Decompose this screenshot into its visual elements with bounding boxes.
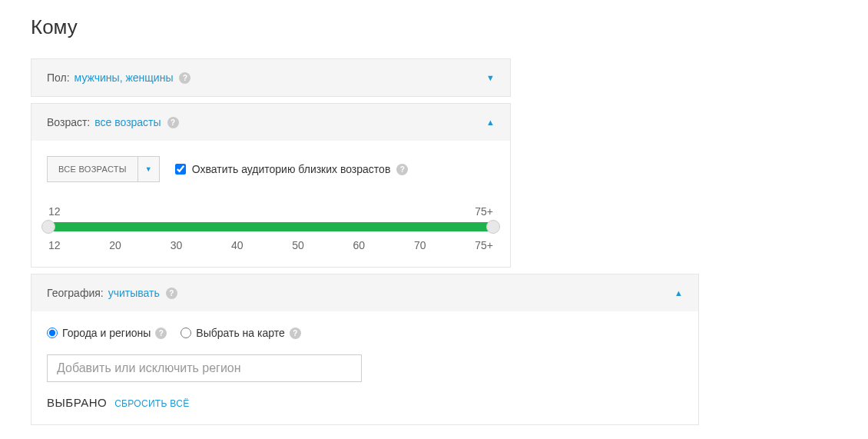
geo-label: География: bbox=[47, 287, 104, 299]
chevron-down-icon: ▼ bbox=[486, 73, 495, 82]
chevron-up-icon: ▲ bbox=[486, 118, 495, 127]
help-icon[interactable]: ? bbox=[166, 288, 177, 299]
tick: 20 bbox=[109, 239, 121, 251]
help-icon[interactable]: ? bbox=[167, 117, 179, 128]
tick: 70 bbox=[414, 239, 426, 251]
radio-label: Выбрать на карте bbox=[196, 327, 284, 339]
panel-geo-header[interactable]: География: учитывать ? ▲ bbox=[31, 274, 698, 311]
selected-label: ВЫБРАНО bbox=[47, 396, 107, 409]
age-select[interactable]: ВСЕ ВОЗРАСТЫ ▼ bbox=[47, 156, 160, 182]
panel-geo-body: Города и регионы ? Выбрать на карте ? ВЫ… bbox=[31, 311, 698, 424]
slider-ticks: 12 20 30 40 50 60 70 75+ bbox=[48, 239, 493, 251]
age-slider: 12 75+ 12 20 30 40 50 60 70 75+ bbox=[47, 205, 495, 251]
slider-min-label: 12 bbox=[48, 205, 61, 218]
region-input[interactable] bbox=[47, 354, 362, 382]
panel-age-body: ВСЕ ВОЗРАСТЫ ▼ Охватить аудиторию близки… bbox=[31, 141, 510, 267]
panel-gender: Пол: мужчины, женщины ? ▼ bbox=[31, 58, 511, 97]
help-icon[interactable]: ? bbox=[179, 72, 190, 84]
help-icon[interactable]: ? bbox=[155, 328, 167, 339]
slider-track[interactable] bbox=[48, 222, 493, 231]
geo-value: учитывать bbox=[108, 287, 160, 299]
radio-input[interactable] bbox=[47, 328, 58, 338]
tick: 60 bbox=[353, 239, 366, 251]
chevron-down-icon: ▼ bbox=[137, 157, 159, 181]
radio-map[interactable]: Выбрать на карте ? bbox=[181, 327, 300, 339]
page-title: Кому bbox=[31, 15, 837, 39]
panel-gender-header[interactable]: Пол: мужчины, женщины ? ▼ bbox=[31, 59, 510, 96]
help-icon[interactable]: ? bbox=[290, 328, 301, 339]
gender-value: мужчины, женщины bbox=[75, 72, 174, 84]
tick: 75+ bbox=[475, 239, 493, 251]
radio-input[interactable] bbox=[181, 328, 191, 338]
slider-max-label: 75+ bbox=[475, 205, 493, 218]
checkbox-input[interactable] bbox=[175, 164, 186, 175]
slider-handle-min[interactable] bbox=[41, 220, 55, 234]
radio-label: Города и регионы bbox=[62, 327, 151, 339]
radio-cities[interactable]: Города и регионы ? bbox=[47, 327, 167, 339]
panel-geography: География: учитывать ? ▲ Города и регион… bbox=[31, 274, 699, 425]
age-value: все возрасты bbox=[94, 116, 161, 128]
checkbox-label: Охватить аудиторию близких возрастов bbox=[192, 163, 391, 175]
nearby-ages-checkbox[interactable]: Охватить аудиторию близких возрастов ? bbox=[175, 163, 409, 175]
reset-all-link[interactable]: СБРОСИТЬ ВСЁ bbox=[114, 398, 189, 409]
tick: 50 bbox=[292, 239, 304, 251]
tick: 40 bbox=[231, 239, 244, 251]
age-select-text: ВСЕ ВОЗРАСТЫ bbox=[48, 165, 137, 174]
age-label: Возраст: bbox=[47, 116, 90, 128]
chevron-up-icon: ▲ bbox=[674, 288, 683, 298]
panel-age-header[interactable]: Возраст: все возрасты ? ▲ bbox=[31, 104, 510, 141]
slider-handle-max[interactable] bbox=[486, 220, 500, 234]
tick: 30 bbox=[171, 239, 183, 251]
panel-age: Возраст: все возрасты ? ▲ ВСЕ ВОЗРАСТЫ ▼… bbox=[31, 103, 511, 268]
help-icon[interactable]: ? bbox=[396, 164, 408, 175]
gender-label: Пол: bbox=[47, 72, 70, 84]
tick: 12 bbox=[48, 239, 61, 251]
